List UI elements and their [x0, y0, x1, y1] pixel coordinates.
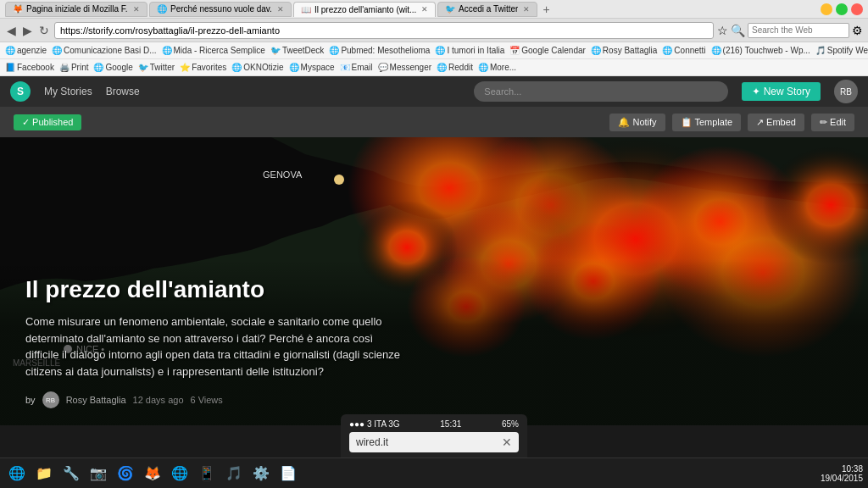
tab-4[interactable]: 🐦 Accedi a Twitter ✕: [437, 2, 537, 17]
view-count: 6 Views: [191, 395, 223, 405]
tab-3[interactable]: 📖 Il prezzo dell'amianto (wit... ✕: [293, 2, 436, 17]
back-button[interactable]: ◀: [5, 24, 18, 37]
tab-1-title: Pagina iniziale di Mozilla F...: [26, 4, 128, 14]
notification-close-button[interactable]: ✕: [502, 435, 512, 449]
storify-search-input[interactable]: [474, 81, 728, 102]
taskbar-icon-10[interactable]: 📄: [276, 462, 300, 485]
bookmark-comunicazione[interactable]: 🌐Comunicazione Basi D...: [52, 46, 157, 55]
by-label: by: [25, 395, 36, 405]
bookmark-reddit[interactable]: 🌐Reddit: [437, 63, 473, 72]
taskbar-clock: 10:38 19/04/2015: [821, 464, 863, 483]
bookmark-facebook[interactable]: 📘Facebook: [5, 63, 54, 72]
published-badge: ✓ Published: [14, 114, 81, 130]
story-content: GENOVA NICE • MARSEILLE Il prezzo dell'a…: [0, 137, 868, 425]
carrier-info: ●●● 3 ITA 3G: [349, 419, 400, 429]
new-tab-button[interactable]: +: [539, 3, 553, 16]
author-avatar: RB: [42, 391, 59, 408]
nav-my-stories[interactable]: My Stories: [44, 86, 92, 97]
bookmark-myspace[interactable]: 🌐Myspace: [289, 63, 335, 72]
tab-2-favicon: 🌐: [157, 4, 167, 14]
storify-toolbar: S My Stories Browse ✦ New Story RB: [0, 76, 868, 107]
tab-1-favicon: 🦊: [13, 4, 23, 14]
bookmark-calendar[interactable]: 📅Google Calendar: [509, 46, 586, 55]
tab-4-close[interactable]: ✕: [523, 5, 530, 14]
taskbar-icon-2[interactable]: 🔧: [59, 462, 83, 485]
genova-label: GENOVA: [263, 169, 303, 180]
bookmark-agenzie[interactable]: 🌐agenzie: [5, 46, 47, 55]
bookmark-oknotizie[interactable]: 🌐OKNOtizie: [231, 63, 283, 72]
tab-3-close[interactable]: ✕: [421, 5, 428, 14]
published-label: ✓ Published: [22, 117, 73, 128]
tab-2-close[interactable]: ✕: [277, 5, 284, 14]
tab-2[interactable]: 🌐 Perché nessuno vuole dav... ✕: [149, 2, 292, 17]
bookmark-touchweb[interactable]: 🌐(216) Touchweb - Wp...: [711, 46, 810, 55]
bookmark-more[interactable]: 🌐More...: [478, 63, 516, 72]
genova-dot: [334, 175, 344, 185]
mobile-notification: ●●● 3 ITA 3G 15:31 65% wired.it ✕: [341, 414, 527, 458]
settings-icon[interactable]: ⚙: [852, 24, 863, 37]
tab-1[interactable]: 🦊 Pagina iniziale di Mozilla F... ✕: [5, 2, 147, 17]
taskbar-icon-7[interactable]: 📱: [195, 462, 219, 485]
bookmark-tumori[interactable]: 🌐I tumori in Italia: [435, 46, 504, 55]
bookmark-twitter[interactable]: 🐦Twitter: [138, 63, 175, 72]
mobile-status-bar: ●●● 3 ITA 3G 15:31 65%: [349, 419, 519, 429]
bookmark-tweetdeck[interactable]: 🐦TweetDeck: [270, 46, 324, 55]
template-button[interactable]: 📋 Template: [672, 114, 742, 131]
taskbar-icon-9[interactable]: ⚙️: [249, 462, 273, 485]
new-story-button[interactable]: ✦ New Story: [742, 82, 821, 101]
bookmark-pubmed[interactable]: 🌐Pubmed: Mesothelioma: [329, 46, 430, 55]
search-icon[interactable]: 🔍: [731, 24, 745, 37]
tab-4-title: Accedi a Twitter: [459, 4, 518, 14]
taskbar-icon-1[interactable]: 📁: [32, 462, 56, 485]
address-bar[interactable]: [54, 22, 714, 39]
taskbar-icon-5[interactable]: 🦊: [141, 462, 164, 485]
bookmark-email[interactable]: 📧Email: [340, 63, 373, 72]
close-button[interactable]: [851, 3, 863, 15]
nav-browse[interactable]: Browse: [106, 86, 140, 97]
taskbar-icon-3[interactable]: 📷: [86, 462, 110, 485]
story-action-bar: ✓ Published 🔔 Notify 📋 Template ↗ Embed …: [0, 107, 868, 137]
taskbar-icon-8[interactable]: 🎵: [222, 462, 246, 485]
taskbar: 🌐 📁 🔧 📷 🌀 🦊 🌐 📱 🎵 ⚙️ 📄 10:38 19/04/2015: [0, 458, 868, 488]
tab-3-favicon: 📖: [301, 5, 311, 14]
notification-url[interactable]: wired.it: [356, 436, 388, 448]
tab-1-close[interactable]: ✕: [133, 5, 140, 14]
window-controls: [821, 3, 863, 15]
tab-2-title: Perché nessuno vuole dav...: [170, 4, 272, 14]
time-ago: 12 days ago: [133, 395, 184, 405]
author-name[interactable]: Rosy Battaglia: [66, 395, 126, 405]
notification-content: wired.it ✕: [349, 432, 519, 452]
maximize-button[interactable]: [836, 3, 848, 15]
refresh-button[interactable]: ↻: [37, 24, 51, 37]
bookmark-connetti[interactable]: 🌐Connetti: [662, 46, 705, 55]
bookmark-favorites[interactable]: ⭐Favorites: [180, 63, 226, 72]
storify-logo: S: [10, 81, 31, 102]
tab-4-favicon: 🐦: [445, 4, 455, 14]
taskbar-icon-4[interactable]: 🌀: [114, 462, 137, 485]
bookmark-messenger[interactable]: 💬Messenger: [378, 63, 431, 72]
bookmarks-bar-2: 📘Facebook 🖨️Print 🌐Google 🐦Twitter ⭐Favo…: [0, 59, 868, 76]
story-title: Il prezzo dell'amianto: [25, 276, 843, 303]
story-overlay: Il prezzo dell'amianto Come misurare un …: [0, 259, 868, 425]
taskbar-icon-0[interactable]: 🌐: [5, 462, 29, 485]
browser-window: 🦊 Pagina iniziale di Mozilla F... ✕ 🌐 Pe…: [0, 0, 868, 425]
taskbar-icon-6[interactable]: 🌐: [168, 462, 192, 485]
story-meta: by RB Rosy Battaglia 12 days ago 6 Views: [25, 391, 843, 408]
edit-button[interactable]: ✏ Edit: [811, 114, 854, 131]
forward-button[interactable]: ▶: [21, 24, 34, 37]
bookmark-print[interactable]: 🖨️Print: [59, 63, 89, 72]
bookmark-rosy[interactable]: 🌐Rosy Battaglia: [591, 46, 657, 55]
bookmark-spotify[interactable]: 🎵Spotify Web Player: [815, 46, 868, 55]
bookmark-google[interactable]: 🌐Google: [93, 63, 132, 72]
notify-button[interactable]: 🔔 Notify: [609, 114, 665, 131]
web-search-input[interactable]: [748, 23, 849, 38]
battery-level: 65%: [502, 419, 519, 429]
user-avatar[interactable]: RB: [834, 80, 858, 103]
bookmark-mida[interactable]: 🌐Mida - Ricerca Semplice: [162, 46, 265, 55]
embed-button[interactable]: ↗ Embed: [748, 114, 804, 131]
mobile-time: 15:31: [440, 419, 461, 429]
tab-3-title: Il prezzo dell'amianto (wit...: [314, 5, 416, 14]
bookmarks-bar-1: 🌐agenzie 🌐Comunicazione Basi D... 🌐Mida …: [0, 42, 868, 59]
star-icon[interactable]: ☆: [717, 24, 728, 37]
minimize-button[interactable]: [821, 3, 832, 15]
